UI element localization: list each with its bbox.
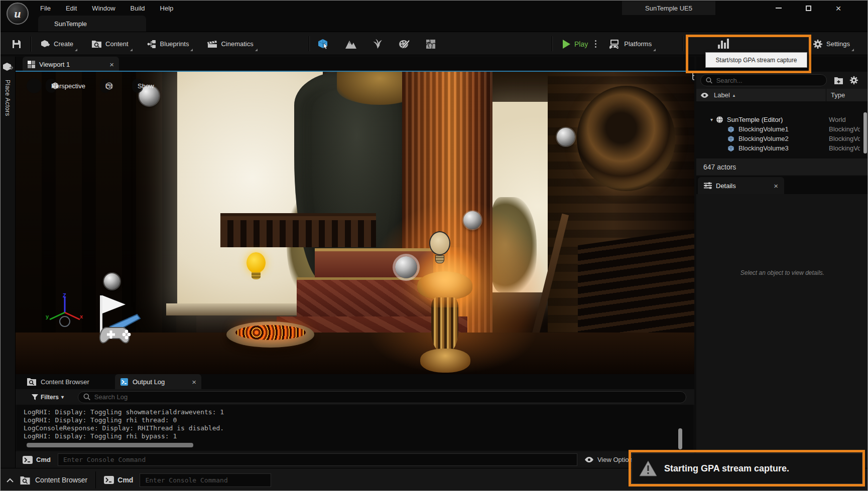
visibility-eye-icon[interactable] <box>700 92 709 98</box>
select-mode-icon[interactable] <box>318 38 330 50</box>
type-column-header[interactable]: Type <box>831 91 845 99</box>
log-search-box[interactable] <box>78 391 686 403</box>
cmd-label: Cmd <box>36 456 51 463</box>
eye-icon <box>584 456 594 463</box>
content-browser-icon <box>20 475 31 485</box>
outliner-settings-gear-icon[interactable] <box>849 76 858 85</box>
row-label: SunTemple (Editor) <box>727 116 783 123</box>
perspective-dropdown[interactable]: Perspective <box>46 79 57 93</box>
light-bulb-gizmo-yellow[interactable] <box>245 252 267 281</box>
tab-output-log[interactable]: Output Log × <box>115 374 201 389</box>
outliner-row-blockingvolume1[interactable]: BlockingVolume1 BlockingVolume <box>696 124 868 134</box>
gpa-tooltip-text: Start/stop GPA stream capture <box>716 57 797 64</box>
play-button[interactable]: Play <box>563 40 588 49</box>
menu-window[interactable]: Window <box>84 1 122 16</box>
gpa-stream-capture-button[interactable] <box>717 38 731 49</box>
minimize-button[interactable] <box>766 1 792 16</box>
outliner-search-box[interactable] <box>700 74 827 86</box>
gpa-tooltip: Start/stop GPA stream capture <box>705 52 807 68</box>
menu-edit[interactable]: Edit <box>58 1 84 16</box>
new-folder-icon[interactable] <box>834 76 843 85</box>
cinematics-button[interactable]: Cinematics <box>202 32 262 56</box>
details-tab-bar: Details × <box>696 176 868 194</box>
outliner-row-world[interactable]: ▾ SunTemple (Editor) World <box>696 115 868 124</box>
console-command-input[interactable] <box>63 456 572 463</box>
blueprints-label: Blueprints <box>160 40 189 48</box>
outliner-row-blockingvolume2[interactable]: BlockingVolume2 BlockingVolume <box>696 134 868 143</box>
content-browser-icon <box>27 377 37 386</box>
filters-chevron-icon: ▾ <box>61 394 64 400</box>
blueprints-dropdown-corner <box>190 49 193 51</box>
maximize-button[interactable] <box>795 1 821 16</box>
settings-label[interactable]: Settings <box>826 40 850 48</box>
gpa-bar-chart-icon <box>717 38 731 49</box>
filters-button[interactable]: Filters ▾ <box>32 394 64 401</box>
column-divider[interactable] <box>826 89 826 101</box>
blueprints-button[interactable]: Blueprints <box>142 32 198 56</box>
show-label: Show <box>138 82 154 90</box>
player-start-gizmo[interactable] <box>81 292 141 348</box>
tab-content-browser[interactable]: Content Browser <box>21 374 95 389</box>
light-bulb-gizmo-tan[interactable] <box>428 231 451 264</box>
expand-chevron-icon[interactable]: ▾ <box>710 117 713 122</box>
content-button[interactable]: Content <box>86 32 138 56</box>
sort-ascending-icon: ▴ <box>733 93 735 98</box>
viewport-canvas[interactable]: Z x y Perspective Lit Show <box>16 72 694 374</box>
menu-build[interactable]: Build <box>123 1 153 16</box>
tab-details[interactable]: Details × <box>698 177 784 194</box>
outliner-row-blockingvolume3[interactable]: BlockingVolume3 BlockingVolume <box>696 143 868 153</box>
content-drawer-icon <box>91 39 102 49</box>
outliner-scrollbar[interactable] <box>863 112 867 153</box>
log-horizontal-scrollbar[interactable] <box>27 443 193 447</box>
axis-gizmo: Z x y <box>45 292 85 329</box>
settings-gear-icon[interactable] <box>813 39 823 49</box>
cinematics-icon <box>207 39 217 49</box>
status-console-command-input[interactable] <box>145 476 266 484</box>
settings-dropdown-corner <box>851 49 854 51</box>
place-actors-icon[interactable] <box>3 62 14 73</box>
landscape-mode-icon[interactable] <box>345 39 357 50</box>
close-button[interactable]: × <box>825 1 851 16</box>
fracture-mode-icon[interactable] <box>425 39 436 50</box>
outliner-header-row: Label ▴ Type <box>696 89 868 101</box>
viewport-options-menu-button[interactable] <box>27 78 42 93</box>
status-content-browser-button[interactable]: Content Browser <box>20 475 87 485</box>
expand-drawer-chevron-icon[interactable] <box>7 478 14 482</box>
status-console-command-box[interactable] <box>140 473 271 487</box>
tab-viewport-1[interactable]: Viewport 1 × <box>23 57 119 72</box>
volume-cube-icon <box>727 126 734 133</box>
mesh-paint-mode-icon[interactable] <box>398 39 410 50</box>
sphere-gizmo[interactable] <box>395 256 417 278</box>
view-options-button[interactable]: View Options <box>584 456 636 463</box>
details-tab-close-icon[interactable]: × <box>774 182 778 190</box>
create-button[interactable]: Create <box>35 32 82 56</box>
lit-dropdown[interactable]: Lit <box>100 79 111 93</box>
sphere-gizmo[interactable] <box>463 211 481 229</box>
place-actors-tab[interactable]: Place Actors <box>4 80 11 116</box>
log-vertical-scrollbar[interactable] <box>678 428 682 449</box>
tab-suntemple-level[interactable]: SunTemple <box>38 16 146 32</box>
close-icon: × <box>835 4 841 13</box>
actor-count: 647 actors <box>703 163 736 171</box>
menu-help[interactable]: Help <box>153 1 181 16</box>
unreal-logo-icon[interactable]: u <box>7 3 29 25</box>
label-column-header[interactable]: Label <box>714 91 730 99</box>
menu-file[interactable]: File <box>33 1 58 16</box>
foliage-mode-icon[interactable] <box>372 39 383 50</box>
gpa-toast-notification: Starting GPA stream capture. <box>632 453 862 484</box>
outliner-search-input[interactable] <box>716 77 821 84</box>
output-log-filter-row: Filters ▾ <box>16 389 694 405</box>
viewport-tab-close-icon[interactable]: × <box>109 61 114 68</box>
outliner-search-row <box>696 72 868 89</box>
log-search-input[interactable] <box>94 393 681 401</box>
content-browser-tab-label: Content Browser <box>41 378 89 386</box>
save-button[interactable] <box>7 32 27 56</box>
sphere-gizmo[interactable] <box>104 273 120 289</box>
sphere-gizmo[interactable] <box>557 128 575 146</box>
toolbar-separator <box>309 36 309 51</box>
console-command-box[interactable] <box>58 453 577 466</box>
play-options-icon[interactable] <box>595 40 596 48</box>
platforms-button[interactable]: Platforms <box>603 32 661 56</box>
output-log-tab-close-icon[interactable]: × <box>192 378 196 386</box>
show-dropdown[interactable]: Show <box>132 79 143 93</box>
